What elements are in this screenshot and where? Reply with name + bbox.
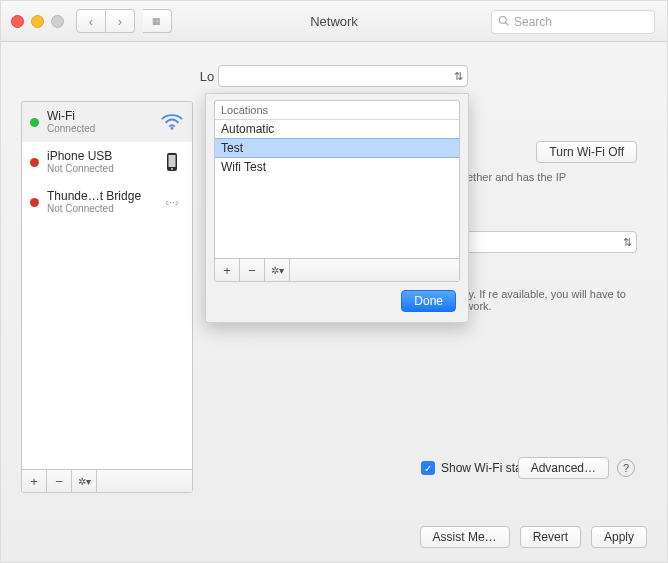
advanced-button[interactable]: Advanced… — [518, 457, 609, 479]
checkbox-checked-icon[interactable]: ✓ — [421, 461, 435, 475]
remove-location-button[interactable]: − — [240, 259, 265, 281]
sidebar-item-iphone-usb[interactable]: iPhone USB Not Connected — [22, 142, 192, 182]
svg-point-0 — [500, 16, 507, 23]
svg-text:‹··›: ‹··› — [165, 196, 179, 208]
help-button[interactable]: ? — [617, 459, 635, 477]
sidebar-item-name: Thunde…t Bridge — [47, 190, 152, 203]
nav-buttons: ‹ › — [76, 9, 135, 33]
network-prefpane-window: ‹ › ▦ Network Search Lo ⇅ — [0, 0, 668, 563]
location-row[interactable]: Automatic — [215, 120, 459, 138]
titlebar: ‹ › ▦ Network Search — [1, 1, 667, 42]
interface-actions-button[interactable]: ✲▾ — [72, 470, 97, 492]
sidebar-item-status: Not Connected — [47, 163, 152, 174]
gear-icon: ✲▾ — [271, 265, 284, 276]
svg-line-1 — [506, 22, 509, 25]
grid-icon: ▦ — [152, 16, 162, 26]
zoom-window-button[interactable] — [51, 15, 64, 28]
remove-interface-button[interactable]: − — [47, 470, 72, 492]
grid-button-group: ▦ — [143, 9, 172, 33]
sidebar-item-wifi[interactable]: Wi-Fi Connected — [22, 102, 192, 142]
window-controls — [11, 15, 64, 28]
advanced-wrap: Advanced… — [518, 457, 609, 479]
turn-wifi-off-button[interactable]: Turn Wi-Fi Off — [536, 141, 637, 163]
status-dot-icon — [30, 118, 39, 127]
location-row: Lo ⇅ — [1, 65, 667, 87]
add-interface-button[interactable]: + — [22, 470, 47, 492]
help-icon: ? — [623, 462, 629, 474]
done-button[interactable]: Done — [401, 290, 456, 312]
sidebar-item-status: Not Connected — [47, 203, 152, 214]
content-area: Lo ⇅ Wi-Fi Connected iPhone USB — [1, 41, 667, 562]
gear-icon: ✲▾ — [78, 476, 91, 487]
add-location-button[interactable]: + — [215, 259, 240, 281]
location-actions-button[interactable]: ✲▾ — [265, 259, 290, 281]
svg-rect-4 — [169, 155, 176, 167]
footer: Assist Me… Revert Apply — [1, 512, 667, 562]
sidebar-item-name: Wi-Fi — [47, 110, 152, 123]
sidebar-item-thunderbolt-bridge[interactable]: Thunde…t Bridge Not Connected ‹··› — [22, 182, 192, 222]
updown-icon: ⇅ — [623, 236, 632, 249]
thunderbolt-bridge-icon: ‹··› — [160, 194, 184, 210]
close-window-button[interactable] — [11, 15, 24, 28]
sidebar-item-text: Thunde…t Bridge Not Connected — [47, 190, 152, 214]
location-label: Lo — [200, 69, 214, 84]
sidebar-item-text: Wi-Fi Connected — [47, 110, 152, 134]
svg-point-5 — [171, 168, 173, 170]
back-button[interactable]: ‹ — [76, 9, 106, 33]
search-placeholder: Search — [514, 15, 552, 29]
chevron-right-icon: › — [118, 14, 122, 29]
updown-icon: ⇅ — [454, 71, 463, 82]
location-row[interactable]: Wifi Test — [215, 158, 459, 176]
revert-button[interactable]: Revert — [520, 526, 581, 548]
locations-list: Locations Automatic Test Wifi Test + − ✲… — [214, 100, 460, 282]
search-field[interactable]: Search — [491, 10, 655, 34]
connected-info-text: ether and has the IP — [467, 171, 637, 183]
apply-button[interactable]: Apply — [591, 526, 647, 548]
search-icon — [498, 15, 510, 30]
location-row[interactable]: Test — [215, 138, 459, 158]
status-dot-icon — [30, 198, 39, 207]
sidebar-item-status: Connected — [47, 123, 152, 134]
network-name-popup[interactable]: ⇅ — [447, 231, 637, 253]
turn-wifi-off: Turn Wi-Fi Off — [536, 141, 637, 163]
sidebar-item-text: iPhone USB Not Connected — [47, 150, 152, 174]
show-all-button[interactable]: ▦ — [143, 9, 172, 33]
svg-point-2 — [171, 127, 174, 130]
locations-toolbar: + − ✲▾ — [215, 258, 459, 281]
iphone-icon — [160, 152, 184, 172]
sidebar-toolbar: + − ✲▾ — [22, 469, 192, 492]
locations-header: Locations — [215, 101, 459, 120]
locations-editor-sheet: Locations Automatic Test Wifi Test + − ✲… — [205, 93, 469, 323]
assist-me-button[interactable]: Assist Me… — [420, 526, 510, 548]
minimize-window-button[interactable] — [31, 15, 44, 28]
forward-button[interactable]: › — [106, 9, 135, 33]
done-wrap: Done — [401, 290, 456, 312]
status-dot-icon — [30, 158, 39, 167]
chevron-left-icon: ‹ — [89, 14, 93, 29]
location-popup[interactable]: ⇅ — [218, 65, 468, 87]
interfaces-sidebar: Wi-Fi Connected iPhone USB Not Connected — [21, 101, 193, 493]
wifi-icon — [160, 113, 184, 131]
sidebar-item-name: iPhone USB — [47, 150, 152, 163]
